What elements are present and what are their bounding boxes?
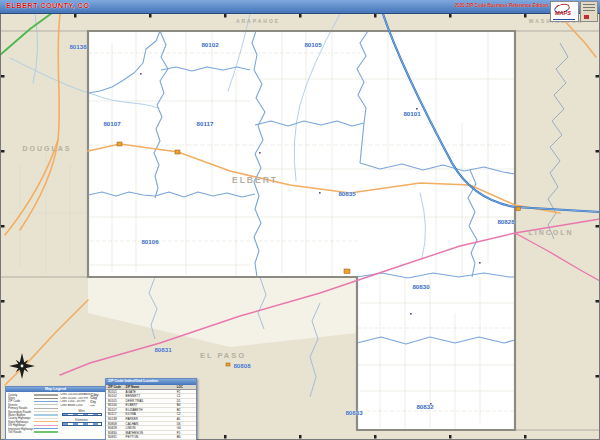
legend-line-sample <box>34 408 58 409</box>
publisher-logo: MAPS <box>550 1 598 22</box>
brand-logo: MAPS <box>550 1 579 22</box>
scale-bar: Kilometers <box>60 419 103 426</box>
compass-rose-icon <box>7 351 37 381</box>
legend-line-sample <box>34 428 58 429</box>
title-bar: ELBERT COUNTY, CO 2020 ZIP Code Business… <box>0 0 600 14</box>
edition-subtitle: 2020 ZIP Code Business Reference Edition <box>455 3 548 8</box>
col-zip-name: ZIP Name <box>126 385 177 389</box>
legend-line-sample <box>34 394 58 396</box>
legend-line-sample <box>34 431 58 432</box>
legend-line-sample <box>34 401 58 402</box>
scale-bar-graphic <box>62 422 102 426</box>
map-legend: Map Legend County State ZIP Code Streets… <box>5 386 106 440</box>
legend-line-sample <box>34 411 58 412</box>
zip-index-table: ZIP Code Index/Grid Location ZIP Code ZI… <box>105 378 197 440</box>
legend-line-sample <box>34 425 58 426</box>
page-title: ELBERT COUNTY, CO <box>6 1 89 10</box>
legend-item: Toll Roads <box>8 430 58 433</box>
logo-text: MAPS <box>555 10 571 16</box>
legend-line-sample <box>34 398 58 399</box>
table-body: 80101 AGATE F2 80102 BENNETT C1 80105 DE… <box>106 390 196 440</box>
scale-bar: Miles <box>60 410 103 417</box>
edition-booklet-thumb <box>580 1 598 22</box>
legend-line-sample <box>34 404 58 405</box>
legend-city-class: Cities Below 5,000 City <box>60 404 103 408</box>
legend-line-items: County State ZIP Code Streets Primary Ro… <box>8 393 58 434</box>
legend-line-sample <box>34 414 58 415</box>
scale-bar-graphic <box>62 413 102 417</box>
legend-line-sample <box>34 418 58 419</box>
map-page: DOUGLASARAPAHOEWASHINGTONELBERTLINCOLNEL… <box>0 0 600 440</box>
col-loc: LOC <box>177 385 196 389</box>
legend-line-sample <box>34 421 58 422</box>
legend-city-classes: Cities 250,000 and Above City Cities 50,… <box>58 393 103 434</box>
col-zip-code: ZIP Code <box>106 385 126 389</box>
county-map <box>0 13 600 440</box>
